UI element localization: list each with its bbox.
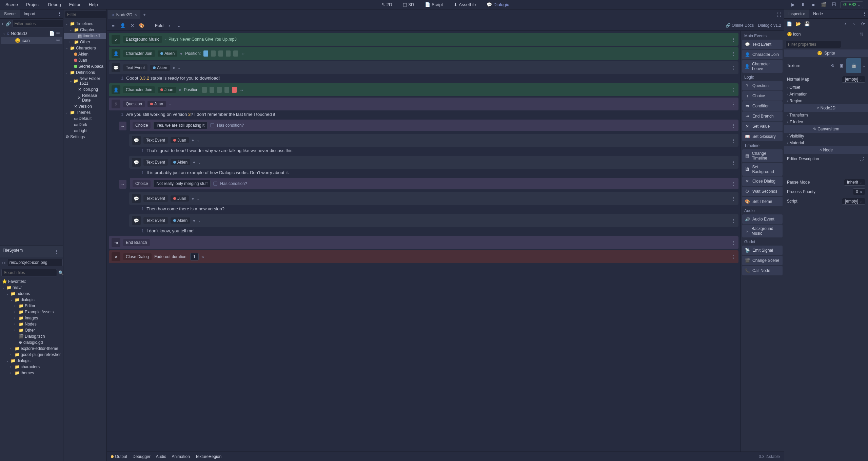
node2d-section-header[interactable]: ○ Node2D [784, 104, 868, 112]
bottom-debugger[interactable]: Debugger [133, 454, 151, 459]
fs-item-images[interactable]: ›📁Images [1, 315, 62, 321]
menu-debug[interactable]: Debug [44, 1, 64, 8]
expand-icon[interactable]: › [165, 38, 166, 41]
fs-item-nodes[interactable]: ›📁Nodes [1, 321, 62, 327]
group-offset[interactable]: ›Offset [784, 84, 868, 91]
position-slot-3[interactable] [224, 87, 229, 93]
group-region[interactable]: ›Region [784, 98, 868, 104]
tab-import[interactable]: Import [20, 9, 39, 18]
position-slot-3[interactable] [226, 50, 231, 57]
stop-icon[interactable]: ■ [810, 1, 817, 8]
character-chip[interactable]: Juan [171, 137, 189, 143]
event-question[interactable]: ? Question Juan ⌄ ⋮ [109, 98, 738, 110]
resource-item-characters[interactable]: ⌄📁Characters [64, 45, 106, 51]
inspector-options-icon[interactable]: ⋮ [861, 9, 868, 17]
resource-item-definitions[interactable]: ⌄📁Definitions [64, 69, 106, 76]
play-scene-icon[interactable]: 🎬 [820, 1, 827, 8]
fs-item-dialogic[interactable]: ⌄📁dialogic [1, 358, 62, 364]
add-node-icon[interactable]: + [1, 20, 4, 27]
condition-checkbox[interactable] [213, 182, 217, 186]
fs-favorites[interactable]: ⭐ Favorites: [1, 278, 62, 285]
distraction-free-icon[interactable]: ⛶ [775, 11, 783, 19]
palette-item-set-theme[interactable]: 🎨Set Theme [742, 197, 783, 206]
online-docs-link[interactable]: 🔗 Online Docs [726, 23, 754, 28]
position-slot-0[interactable] [202, 87, 207, 93]
event-menu-icon[interactable]: ⋮ [731, 123, 736, 128]
fs-path-input[interactable] [7, 259, 63, 266]
palette-item-background-music[interactable]: ♪Background Music [742, 225, 783, 237]
resource-item-akien[interactable]: Akien [64, 51, 106, 57]
fs-item-editor[interactable]: ›📁Editor [1, 303, 62, 309]
tab-node[interactable]: Node [809, 9, 827, 18]
text-content[interactable]: 1Godot 3.3.2 stable is ready for you to … [109, 74, 738, 82]
expand-toggle-icon[interactable]: ⇅ [858, 30, 865, 38]
position-slot-1[interactable] [210, 87, 214, 93]
event-choice[interactable]: Choice Not really, only merging stuff Ha… [130, 178, 738, 189]
condition-checkbox[interactable] [210, 123, 214, 127]
mode-dialogic[interactable]: 💬 Dialogic [484, 1, 512, 8]
character-chip[interactable]: Juan [171, 195, 189, 202]
expand-icon[interactable]: ⌄ [198, 219, 201, 223]
palette-item-question[interactable]: ?Question [742, 81, 783, 90]
event-bg-music[interactable]: ♪ Background Music › Plays Never Gonna G… [109, 33, 738, 46]
tab-scene[interactable]: Scene [0, 9, 20, 18]
menu-project[interactable]: Project [23, 1, 43, 8]
character-chip[interactable]: Juan [158, 87, 176, 93]
normal-map-dropdown[interactable]: [empty] ⌄ [842, 76, 865, 83]
fs-back-icon[interactable]: ‹ [1, 259, 3, 266]
expand-desc-icon[interactable]: ⛶ [858, 155, 865, 163]
expand-icon[interactable]: ⌄ [197, 197, 199, 201]
event-text[interactable]: 💬 Text Event Akien ● ⌄ ⋮ [109, 61, 738, 74]
history-icon[interactable]: ⟳ [859, 20, 867, 27]
event-menu-icon[interactable]: ⋮ [731, 87, 736, 92]
position-slot-1[interactable] [211, 50, 216, 57]
palette-item-set-background[interactable]: 🖼Set Background [742, 163, 783, 176]
menu-scene[interactable]: Scene [2, 1, 21, 8]
resource-item-chapter[interactable]: ⌄📁Chapter [64, 27, 106, 33]
fold-dropdown-icon[interactable]: ⌄ [175, 22, 182, 29]
event-text[interactable]: 💬 Text Event Akien ● ⌄ ⋮ [129, 214, 738, 227]
tool-user-icon[interactable]: 👤 [119, 22, 126, 29]
fold-left-icon[interactable]: › [165, 22, 173, 29]
palette-item-end-branch[interactable]: ⇥End Branch [742, 111, 783, 121]
event-char-join[interactable]: 👤 Character Join Juan ● Position: ↔ ⋮ [109, 83, 738, 96]
character-chip[interactable]: Akien [171, 159, 190, 165]
expand-icon[interactable]: ⌄ [169, 102, 171, 106]
revert-icon[interactable]: ⟲ [829, 62, 836, 69]
save-resource-icon[interactable]: 💾 [803, 20, 811, 27]
event-menu-icon[interactable]: ⋮ [731, 37, 736, 42]
palette-item-change-scene[interactable]: 🎬Change Scene [742, 256, 783, 265]
fs-search-input[interactable] [1, 269, 57, 276]
text-content[interactable]: 1I don't know, you tell me! [129, 227, 738, 235]
event-menu-icon[interactable]: ⋮ [731, 102, 736, 107]
close-tab-icon[interactable]: × [135, 12, 137, 17]
bottom-animation[interactable]: Animation [172, 454, 190, 459]
event-choice[interactable]: Choice Yes, we are still updating it Has… [130, 120, 738, 131]
palette-item-change-timeline[interactable]: ▤Change Timeline [742, 149, 783, 162]
palette-item-text-event[interactable]: 💬Text Event [742, 40, 783, 49]
text-content[interactable]: 1Then how come there is a new version? [129, 205, 738, 213]
spinner-icon[interactable]: ⇅ [201, 255, 204, 259]
fade-duration-input[interactable]: 1 [190, 253, 199, 260]
tool-align-icon[interactable]: ≡ [110, 22, 117, 29]
menu-editor[interactable]: Editor [66, 1, 84, 8]
palette-item-audio-event[interactable]: 🔊Audio Event [742, 214, 783, 224]
play-custom-icon[interactable]: 🎞 [830, 1, 837, 8]
question-content[interactable]: 1Are you still working on version 3? I d… [109, 110, 738, 118]
fs-item-dialogic[interactable]: ⌄📁dialogic [1, 297, 62, 303]
fs-search-icon[interactable]: 🔍 [58, 269, 64, 276]
position-slot-2[interactable] [218, 50, 223, 57]
tool-vars-icon[interactable]: ✕ [129, 22, 136, 29]
fs-item-other[interactable]: ›📁Other [1, 327, 62, 333]
resource-item-themes[interactable]: ⌄📁Themes [64, 109, 106, 116]
texture-preview[interactable]: 🤖 [846, 58, 861, 73]
object-icon[interactable]: ▣ [837, 62, 845, 69]
palette-item-wait-seconds[interactable]: ⏱Wait Seconds [742, 187, 783, 196]
palette-item-set-value[interactable]: ✕Set Value [742, 122, 783, 131]
pause-mode-dropdown[interactable]: Inherit ⌄ [844, 179, 865, 186]
event-menu-icon[interactable]: ⋮ [731, 51, 736, 56]
history-back-icon[interactable]: ‹ [842, 20, 849, 27]
position-slot-2[interactable] [217, 87, 222, 93]
fs-item-themes[interactable]: ›📁themes [1, 370, 62, 376]
texture-dropdown-icon[interactable]: ⌄ [863, 64, 865, 68]
